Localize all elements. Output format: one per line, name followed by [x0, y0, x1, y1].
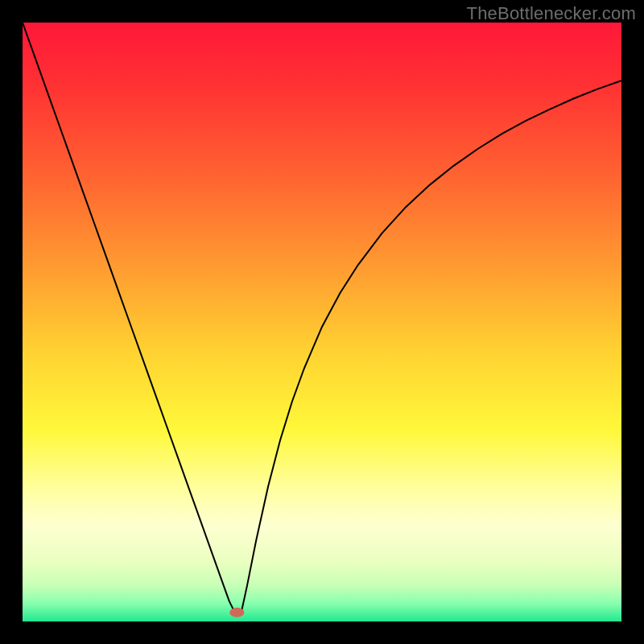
optimum-marker [229, 608, 244, 617]
bottleneck-chart [23, 23, 621, 621]
watermark: TheBottlenecker.com [467, 3, 636, 24]
chart-background [23, 23, 621, 621]
